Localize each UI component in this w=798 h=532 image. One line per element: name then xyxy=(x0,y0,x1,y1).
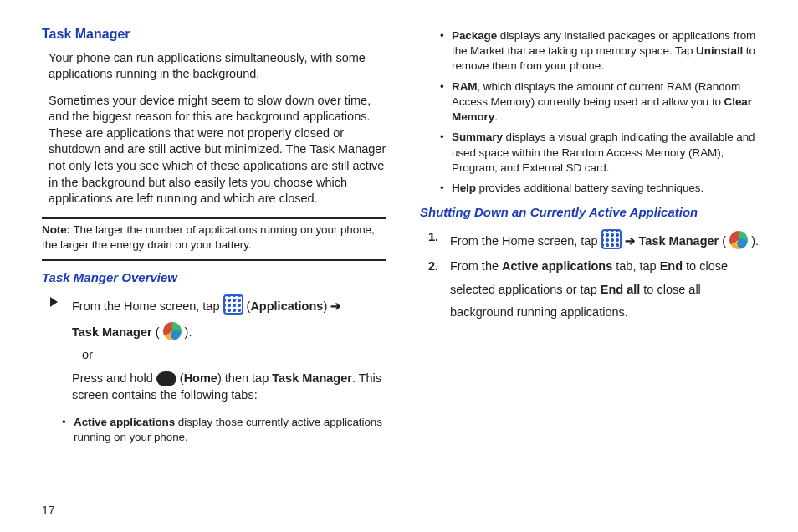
step: From the Home screen, tap (Applications)… xyxy=(50,294,386,410)
arrow-icon: ➔ xyxy=(330,299,341,313)
section-title: Task Manager xyxy=(42,25,386,43)
step-marker-triangle xyxy=(50,294,72,410)
bullet-item: • Package displays any installed package… xyxy=(440,28,765,74)
text: ( xyxy=(152,325,160,339)
bullet-label: Help xyxy=(452,182,476,194)
step: 1. From the Home screen, tap ➔ Task Mana… xyxy=(428,229,765,250)
arrow-icon: ➔ xyxy=(625,234,636,248)
bullet-item: • Help provides additional battery savin… xyxy=(440,181,765,196)
applications-icon xyxy=(223,294,243,315)
text: tab, tap xyxy=(612,259,659,273)
subsection-title: Shutting Down an Currently Active Applic… xyxy=(420,204,765,221)
bullet-dot: • xyxy=(440,79,452,125)
or-separator: – or – xyxy=(72,347,386,364)
text: ) then tap xyxy=(217,371,272,385)
note-label: Note: xyxy=(42,223,70,236)
task-manager-icon xyxy=(163,322,182,340)
home-button-icon xyxy=(156,371,176,386)
step-body: From the Home screen, tap (Applications)… xyxy=(72,294,386,410)
label-end-all: End all xyxy=(601,283,641,296)
text: From the Home screen, tap xyxy=(72,299,223,313)
bullet-text: . xyxy=(494,110,498,123)
bullet-label: Summary xyxy=(452,130,503,143)
divider xyxy=(42,217,386,219)
label-task-manager: Task Manager xyxy=(639,234,719,248)
subsection-title: Task Manger Overview xyxy=(42,269,386,286)
bullet-dot: • xyxy=(440,130,452,176)
text: ). xyxy=(751,234,759,248)
bullet-item: • Summary displays a visual graph indica… xyxy=(440,130,765,176)
label-active-applications: Active applications xyxy=(502,259,612,273)
step-body: From the Home screen, tap ➔ Task Manager… xyxy=(450,229,765,250)
bullet-dot: • xyxy=(440,181,452,196)
left-column: Task Manager Your phone can run applicat… xyxy=(42,25,386,515)
divider xyxy=(42,259,386,261)
step-number: 1. xyxy=(428,229,450,250)
text: Press and hold xyxy=(72,371,156,385)
bullet-label: Active applications xyxy=(74,416,175,428)
paragraph: Sometimes your device might seem to slow… xyxy=(49,93,386,207)
bullet-item: • Active applications display those curr… xyxy=(62,415,386,445)
label-end: End xyxy=(660,259,683,273)
right-column: • Package displays any installed package… xyxy=(420,25,765,515)
bullet-dot: • xyxy=(440,28,452,74)
note: Note: The larger the number of applicati… xyxy=(42,223,386,253)
bullet-dot: • xyxy=(62,415,74,445)
page-number: 17 xyxy=(42,504,55,517)
step: 2. From the Active applications tab, tap… xyxy=(428,255,765,325)
note-text: The larger the number of applications ru… xyxy=(42,223,375,251)
text: ( xyxy=(719,234,726,248)
task-manager-icon xyxy=(729,231,748,249)
step-body: From the Active applications tab, tap En… xyxy=(450,255,765,325)
text: From the Home screen, tap xyxy=(450,234,601,248)
paragraph: Your phone can run applications simultan… xyxy=(49,50,386,83)
label-applications: Applications xyxy=(250,299,323,313)
bullet-text: , which displays the amount of current R… xyxy=(452,80,740,108)
label-task-manager: Task Manager xyxy=(272,371,352,385)
applications-icon xyxy=(601,229,622,249)
step-number: 2. xyxy=(428,255,450,325)
bullet-text: provides additional battery saving techn… xyxy=(476,182,703,194)
bullet-item: • RAM, which displays the amount of curr… xyxy=(440,79,765,125)
text: From the xyxy=(450,259,502,273)
label-uninstall: Uninstall xyxy=(696,44,743,57)
label-home: Home xyxy=(184,371,217,385)
text: ). xyxy=(185,325,192,339)
label-task-manager: Task Manager xyxy=(72,325,152,339)
document-page: Task Manager Your phone can run applicat… xyxy=(0,0,798,532)
bullet-label: Package xyxy=(452,29,497,42)
bullet-label: RAM xyxy=(452,80,477,93)
text: ) xyxy=(323,299,330,313)
